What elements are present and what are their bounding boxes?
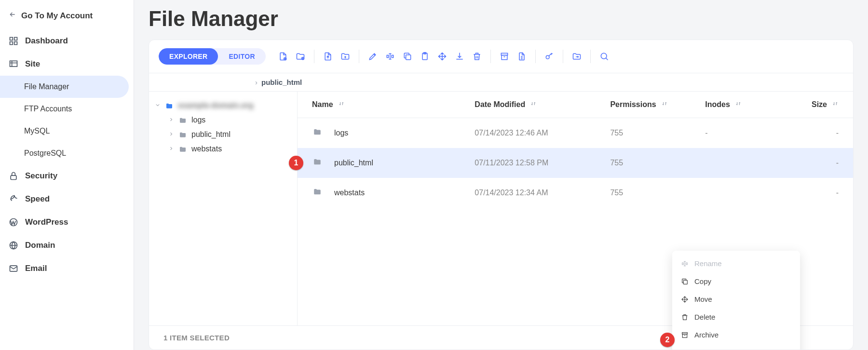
file-size: -: [800, 159, 839, 167]
column-permissions[interactable]: Permissions: [610, 100, 705, 109]
file-date: 07/14/2023 12:34 AM: [475, 188, 610, 197]
chevron-right-icon: [168, 116, 174, 124]
new-file-button[interactable]: [274, 48, 292, 65]
context-copy[interactable]: Copy: [672, 272, 800, 290]
wordpress-icon: [9, 217, 18, 227]
svg-point-16: [546, 55, 549, 59]
sidebar-item-site[interactable]: Site: [0, 53, 134, 76]
mail-icon: [9, 264, 18, 273]
svg-rect-2: [10, 42, 13, 45]
upload-file-button[interactable]: [319, 48, 337, 65]
edit-button[interactable]: [364, 48, 381, 65]
content-area: example-domain.org logs public_html webs…: [149, 92, 853, 325]
breadcrumb: › public_html: [149, 73, 853, 92]
back-to-account[interactable]: Go To My Account: [0, 9, 134, 29]
tree-root[interactable]: example-domain.org: [154, 98, 292, 113]
chevron-right-icon: [168, 145, 174, 153]
separator: [535, 50, 536, 63]
table-row[interactable]: 1 public_html 07/11/2023 12:58 PM 755 -: [298, 148, 853, 178]
file-name: webstats: [334, 188, 365, 197]
move-button[interactable]: [434, 48, 451, 65]
folder-icon: [178, 146, 188, 152]
table-row[interactable]: webstats 07/14/2023 12:34 AM 755 -: [298, 178, 853, 208]
column-inodes[interactable]: Inodes: [705, 100, 800, 109]
column-size[interactable]: Size: [800, 100, 839, 109]
tab-editor[interactable]: EDITOR: [218, 48, 265, 65]
annotation-badge-2: 2: [660, 333, 675, 347]
copy-button[interactable]: [399, 48, 416, 65]
context-permissions[interactable]: Change Permissions: [672, 344, 800, 350]
annotation-badge-1: 1: [289, 156, 303, 170]
sidebar-item-domain[interactable]: Domain: [0, 234, 134, 257]
chevron-right-icon: ›: [255, 78, 258, 86]
tree-label: logs: [191, 116, 205, 124]
sort-icon: [661, 100, 668, 109]
tree-item[interactable]: logs: [154, 113, 292, 127]
sidebar: Go To My Account Dashboard Site File Man…: [0, 0, 134, 350]
context-archive[interactable]: Archive: [672, 326, 800, 344]
delete-button[interactable]: [468, 48, 486, 65]
table-row[interactable]: logs 07/14/2023 12:46 AM 755 - -: [298, 118, 853, 148]
tree-label: public_html: [191, 130, 231, 139]
breadcrumb-segment[interactable]: public_html: [261, 78, 302, 86]
nav-label: Security: [25, 171, 57, 181]
column-name[interactable]: Name: [312, 100, 475, 109]
globe-icon: [9, 241, 18, 250]
tab-explorer[interactable]: EXPLORER: [159, 48, 218, 65]
extract-button[interactable]: [513, 48, 530, 65]
upload-folder-button[interactable]: [337, 48, 354, 65]
context-rename[interactable]: Rename: [672, 255, 800, 272]
folder-tree: example-domain.org logs public_html webs…: [149, 92, 298, 325]
tree-item[interactable]: webstats: [154, 142, 292, 156]
separator: [490, 50, 491, 63]
sort-icon: [735, 100, 742, 109]
separator: [314, 50, 314, 63]
sidebar-item-postgresql[interactable]: PostgreSQL: [0, 142, 134, 164]
separator: [359, 50, 359, 63]
new-folder-button[interactable]: [292, 48, 309, 65]
file-perm: 755: [610, 188, 705, 197]
nav-label: Site: [25, 59, 40, 69]
folder-icon: [312, 128, 329, 138]
back-label: Go To My Account: [21, 11, 93, 21]
sidebar-item-security[interactable]: Security: [0, 164, 134, 188]
context-move[interactable]: Move: [672, 290, 800, 308]
lock-icon: [9, 171, 18, 181]
permissions-button[interactable]: [541, 48, 558, 65]
chevron-right-icon: [168, 130, 174, 139]
rename-button[interactable]: [381, 48, 399, 65]
goto-folder-button[interactable]: [568, 48, 585, 65]
search-button[interactable]: [596, 48, 613, 65]
context-menu: Rename Copy Move Delete Archive Change P…: [672, 251, 800, 350]
svg-rect-20: [682, 334, 687, 337]
archive-button[interactable]: [496, 48, 513, 65]
folder-icon: [178, 131, 188, 138]
file-perm: 755: [610, 129, 705, 137]
paste-button[interactable]: [416, 48, 434, 65]
tree-item[interactable]: public_html: [154, 127, 292, 142]
folder-icon: [164, 102, 174, 109]
sidebar-item-email[interactable]: Email: [0, 257, 134, 280]
svg-rect-4: [10, 61, 17, 67]
column-date[interactable]: Date Modified: [475, 100, 610, 109]
sidebar-item-mysql[interactable]: MySQL: [0, 120, 134, 142]
file-manager-panel: EXPLORER EDITOR: [149, 40, 854, 350]
file-inodes: -: [705, 129, 800, 137]
sidebar-item-wordpress[interactable]: WordPress: [0, 211, 134, 234]
tree-label: webstats: [191, 145, 222, 153]
context-delete[interactable]: Delete: [672, 308, 800, 326]
sidebar-item-speed[interactable]: Speed: [0, 188, 134, 211]
sidebar-item-ftp-accounts[interactable]: FTP Accounts: [0, 98, 134, 120]
sort-icon: [832, 100, 839, 109]
sidebar-item-dashboard[interactable]: Dashboard: [0, 29, 134, 53]
svg-rect-5: [11, 175, 16, 179]
folder-icon: [312, 158, 329, 168]
sidebar-item-file-manager[interactable]: File Manager: [0, 76, 129, 98]
nav-label: Dashboard: [25, 36, 68, 46]
file-name: public_html: [334, 159, 373, 167]
nav-label: Email: [25, 264, 47, 273]
arrow-left-icon: [9, 11, 16, 21]
file-date: 07/14/2023 12:46 AM: [475, 129, 610, 137]
download-button[interactable]: [451, 48, 468, 65]
chevron-down-icon: [155, 101, 161, 110]
